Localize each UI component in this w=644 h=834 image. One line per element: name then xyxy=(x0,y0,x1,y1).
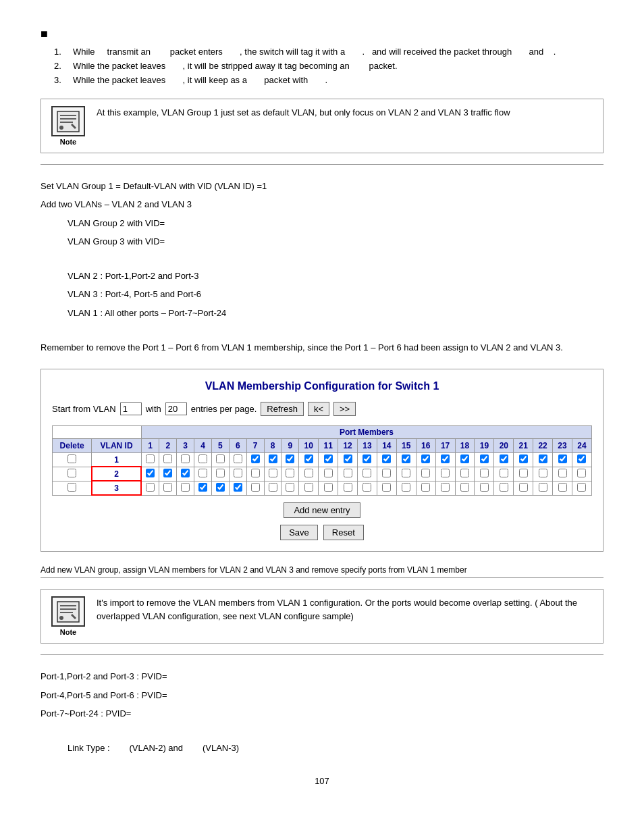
delete-vlan2[interactable] xyxy=(68,469,76,477)
port2-vlan3[interactable] xyxy=(163,483,172,492)
port22-vlan2[interactable] xyxy=(539,469,547,477)
port18-vlan2[interactable] xyxy=(460,469,469,477)
port19-vlan3[interactable] xyxy=(480,483,489,492)
port5-vlan2[interactable] xyxy=(216,469,225,477)
port8-vlan3[interactable] xyxy=(269,483,277,492)
entries-label: entries per page. xyxy=(191,404,257,414)
port1-vlan1[interactable] xyxy=(146,454,155,463)
port22-vlan1[interactable] xyxy=(539,454,547,463)
port23-vlan1[interactable] xyxy=(558,454,567,463)
port8-vlan1[interactable] xyxy=(269,454,277,463)
delete-vlan1[interactable] xyxy=(68,454,76,463)
port13-vlan2[interactable] xyxy=(363,469,371,477)
port13-vlan3[interactable] xyxy=(363,483,371,492)
port23-vlan3[interactable] xyxy=(558,483,567,492)
port14-vlan3[interactable] xyxy=(382,483,391,492)
col-10: 10 xyxy=(299,438,319,452)
port21-vlan3[interactable] xyxy=(519,483,528,492)
port10-vlan1[interactable] xyxy=(304,454,313,463)
add-new-entry-button[interactable]: Add new entry xyxy=(284,502,360,518)
with-input[interactable] xyxy=(165,402,187,415)
port16-vlan1[interactable] xyxy=(421,454,430,463)
bottom-line-3: Port-7~Port-24 : PVID= xyxy=(41,706,603,721)
port17-vlan2[interactable] xyxy=(441,469,450,477)
port15-vlan3[interactable] xyxy=(402,483,410,492)
port15-vlan1[interactable] xyxy=(402,454,410,463)
note-text-2: It's import to remove the VLAN members f… xyxy=(97,596,596,623)
content-line-3: VLAN Group 2 with VID= xyxy=(41,215,603,231)
port23-vlan2[interactable] xyxy=(558,469,567,477)
port6-vlan1[interactable] xyxy=(234,454,242,463)
port6-vlan2[interactable] xyxy=(234,469,242,477)
table-row-vlan1: 1 xyxy=(53,452,592,467)
port21-vlan1[interactable] xyxy=(519,454,528,463)
vlan-table-title: VLAN Membership Configuration for Switch… xyxy=(52,380,592,392)
port14-vlan1[interactable] xyxy=(382,454,391,463)
port3-vlan3[interactable] xyxy=(181,483,190,492)
save-button[interactable]: Save xyxy=(280,525,318,540)
start-input[interactable] xyxy=(120,402,142,415)
port16-vlan2[interactable] xyxy=(421,469,430,477)
port4-vlan1[interactable] xyxy=(198,454,207,463)
port9-vlan2[interactable] xyxy=(286,469,294,477)
divider-1 xyxy=(41,164,603,165)
port12-vlan1[interactable] xyxy=(344,454,352,463)
port19-vlan1[interactable] xyxy=(480,454,489,463)
list-item-3: 3. While the packet leaves , it will kee… xyxy=(54,75,603,85)
list-text-2: While the packet leaves , it will be str… xyxy=(73,61,398,71)
port11-vlan1[interactable] xyxy=(324,454,333,463)
list-text-3: While the packet leaves , it will keep a… xyxy=(73,75,327,85)
reset-button[interactable]: Reset xyxy=(323,525,364,540)
port17-vlan3[interactable] xyxy=(441,483,450,492)
col-13: 13 xyxy=(358,438,377,452)
port17-vlan1[interactable] xyxy=(441,454,450,463)
port10-vlan3[interactable] xyxy=(304,483,313,492)
delete-vlan3[interactable] xyxy=(68,483,76,492)
port21-vlan2[interactable] xyxy=(519,469,528,477)
port6-vlan3[interactable] xyxy=(234,483,242,492)
port5-vlan3[interactable] xyxy=(216,483,225,492)
port24-vlan1[interactable] xyxy=(577,454,586,463)
port10-vlan2[interactable] xyxy=(304,469,313,477)
port20-vlan2[interactable] xyxy=(500,469,508,477)
port18-vlan1[interactable] xyxy=(460,454,469,463)
col-vlanid: VLAN ID xyxy=(92,438,142,452)
port16-vlan3[interactable] xyxy=(421,483,430,492)
port5-vlan1[interactable] xyxy=(216,454,225,463)
port7-vlan3[interactable] xyxy=(251,483,260,492)
prev-button[interactable]: k< xyxy=(308,402,329,416)
port-members-header: Port Members xyxy=(141,425,591,438)
col-2: 2 xyxy=(159,438,177,452)
port8-vlan2[interactable] xyxy=(269,469,277,477)
port7-vlan1[interactable] xyxy=(251,454,260,463)
port3-vlan2[interactable] xyxy=(181,469,190,477)
content-line-7: VLAN 1 : All other ports – Port-7~Port-2… xyxy=(41,305,603,321)
port22-vlan3[interactable] xyxy=(539,483,547,492)
refresh-button[interactable]: Refresh xyxy=(261,402,304,416)
port24-vlan2[interactable] xyxy=(577,469,586,477)
port11-vlan3[interactable] xyxy=(324,483,333,492)
port11-vlan2[interactable] xyxy=(324,469,333,477)
port12-vlan2[interactable] xyxy=(344,469,352,477)
port4-vlan3[interactable] xyxy=(198,483,207,492)
port1-vlan2[interactable] xyxy=(146,469,155,477)
port13-vlan1[interactable] xyxy=(363,454,371,463)
port24-vlan3[interactable] xyxy=(577,483,586,492)
port20-vlan3[interactable] xyxy=(500,483,508,492)
port9-vlan1[interactable] xyxy=(286,454,294,463)
port15-vlan2[interactable] xyxy=(402,469,410,477)
next-button[interactable]: >> xyxy=(333,402,356,416)
port14-vlan2[interactable] xyxy=(382,469,391,477)
port18-vlan3[interactable] xyxy=(460,483,469,492)
port20-vlan1[interactable] xyxy=(500,454,508,463)
page-number: 107 xyxy=(41,776,603,786)
port3-vlan1[interactable] xyxy=(181,454,190,463)
port1-vlan3[interactable] xyxy=(146,483,155,492)
port4-vlan2[interactable] xyxy=(198,469,207,477)
port9-vlan3[interactable] xyxy=(286,483,294,492)
port2-vlan2[interactable] xyxy=(163,469,172,477)
port19-vlan2[interactable] xyxy=(480,469,489,477)
port2-vlan1[interactable] xyxy=(163,454,172,463)
port12-vlan3[interactable] xyxy=(344,483,352,492)
port7-vlan2[interactable] xyxy=(251,469,260,477)
